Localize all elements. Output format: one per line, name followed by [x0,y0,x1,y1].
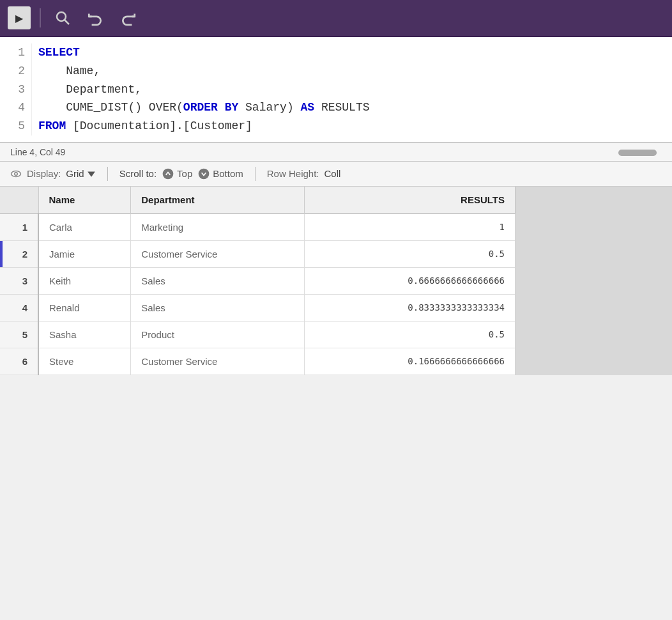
redo-button[interactable] [115,7,142,29]
col-header-name[interactable]: Name [38,187,131,213]
table-row: 6 Steve Customer Service 0.1666666666666… [0,348,515,375]
svg-line-1 [65,20,69,24]
result-cell: 0.1666666666666666 [305,348,515,375]
horizontal-scrollbar[interactable] [618,150,657,156]
dept-cell: Product [131,321,305,348]
results-container: Name Department RESULTS 1 Carla Marketin… [0,187,672,375]
keyword-order: ORDER BY [183,101,238,114]
result-cell: 0.6666666666666666 [305,267,515,294]
scrollbar-area [618,148,662,156]
run-button[interactable]: ▶ [8,6,31,29]
name-cell: Renald [38,294,131,321]
code-line-3: Department, [38,81,659,99]
row-num-cell: 1 [0,213,38,241]
name-cell: Sasha [38,321,131,348]
col-header-rownum [0,187,38,213]
svg-point-5 [163,169,174,180]
grid-dropdown[interactable]: Grid [66,168,95,179]
bottom-label: Bottom [213,168,243,179]
scroll-to-label: Scroll to: [119,168,157,179]
cursor-position: Line 4, Col 49 [10,147,65,157]
keyword-as: AS [300,101,314,114]
keyword-select: SELECT [38,46,80,59]
status-bar: Line 4, Col 49 [0,143,672,162]
code-line-1: SELECT [38,43,659,62]
scroll-bottom-button[interactable]: Bottom [197,167,243,180]
row-num-cell: 3 [0,267,38,294]
col-header-dept[interactable]: Department [131,187,305,213]
results-table-wrapper: Name Department RESULTS 1 Carla Marketin… [0,187,516,375]
scroll-bottom-icon [197,167,210,180]
name-cell: Steve [38,348,131,375]
results-side-panel [516,187,672,375]
svg-point-2 [11,171,21,176]
name-cell: Keith [38,267,131,294]
eye-icon [10,168,22,180]
table-body: 1 Carla Marketing 1 2 Jamie Customer Ser… [0,213,515,375]
col-header-results[interactable]: RESULTS [305,187,515,213]
search-button[interactable] [50,8,75,28]
dropdown-arrow-icon [87,169,96,178]
keyword-from: FROM [38,120,66,132]
main-toolbar: ▶ [0,0,672,37]
svg-marker-4 [88,171,95,176]
results-table: Name Department RESULTS 1 Carla Marketin… [0,187,515,375]
dept-cell: Sales [131,267,305,294]
svg-point-6 [199,169,210,180]
code-line-2: Name, [38,62,659,81]
dept-cell: Sales [131,294,305,321]
grid-label: Grid [66,168,84,179]
code-line-5: FROM [Documentation].[Customer] [38,117,659,136]
name-cell: Jamie [38,240,131,267]
scroll-top-icon [162,167,174,180]
row-num-cell: 5 [0,321,38,348]
result-cell: 0.8333333333333334 [305,294,515,321]
svg-point-3 [15,173,18,176]
table-row: 5 Sasha Product 0.5 [0,321,515,348]
top-label: Top [177,168,192,179]
toolbar-section-divider-1 [107,167,108,181]
undo-button[interactable] [82,7,109,29]
code-line-4: CUME_DIST() OVER(ORDER BY Salary) AS RES… [38,98,659,117]
display-label: Display: [27,168,61,179]
code-editor[interactable]: 1 2 3 4 5 SELECT Name, Department, CUME_… [0,37,672,143]
code-content[interactable]: SELECT Name, Department, CUME_DIST() OVE… [38,43,672,136]
table-row: 1 Carla Marketing 1 [0,213,515,241]
result-cell: 0.5 [305,240,515,267]
table-header-row: Name Department RESULTS [0,187,515,213]
dept-cell: Customer Service [131,348,305,375]
name-cell: Carla [38,213,131,241]
code-name: Name, [38,65,100,77]
toolbar-divider-1 [40,8,41,27]
row-height-label: Row Height: [267,168,319,179]
row-num-cell: 2 [0,240,38,267]
svg-point-0 [57,12,66,21]
line-numbers: 1 2 3 4 5 [0,43,32,136]
dept-cell: Customer Service [131,240,305,267]
dept-cell: Marketing [131,213,305,241]
toolbar-section-divider-2 [255,167,256,181]
result-cell: 1 [305,213,515,241]
result-cell: 0.5 [305,321,515,348]
table-row: 4 Renald Sales 0.8333333333333334 [0,294,515,321]
col-label: Coll [324,168,340,179]
table-row: 2 Jamie Customer Service 0.5 [0,240,515,267]
code-dept: Department, [38,83,142,96]
scroll-top-button[interactable]: Top [162,167,192,180]
results-toolbar: Display: Grid Scroll to: Top Bottom Row … [0,162,672,187]
row-num-cell: 6 [0,348,38,375]
row-num-cell: 4 [0,294,38,321]
table-row: 3 Keith Sales 0.6666666666666666 [0,267,515,294]
